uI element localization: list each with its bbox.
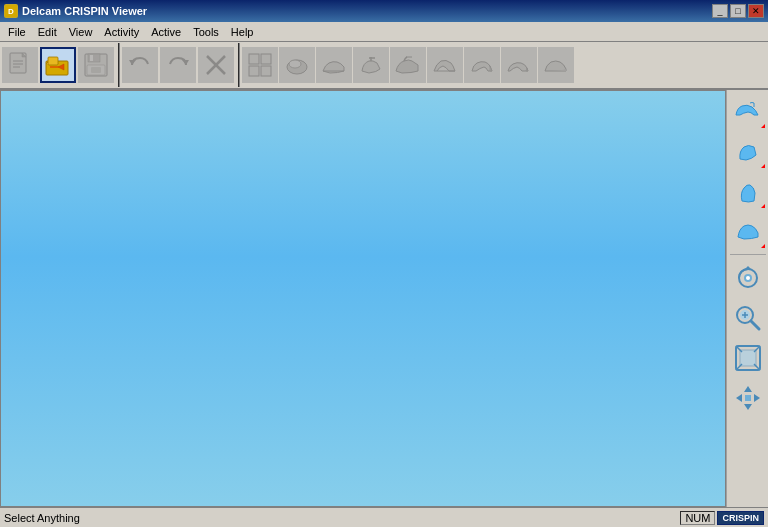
svg-rect-22 <box>249 66 259 76</box>
shoe-view-6-button[interactable] <box>464 47 500 83</box>
menu-file[interactable]: File <box>2 24 32 40</box>
svg-rect-12 <box>88 54 100 62</box>
main-area <box>0 90 768 507</box>
grid-button[interactable] <box>242 47 278 83</box>
maximize-button[interactable]: □ <box>730 4 746 18</box>
sidebar-zoom-tool[interactable] <box>729 299 767 337</box>
shoe-view-3-button[interactable] <box>353 47 389 83</box>
num-indicator: NUM <box>680 511 715 525</box>
svg-marker-16 <box>129 60 136 65</box>
title-buttons: _ □ ✕ <box>712 4 764 18</box>
svg-point-32 <box>746 276 750 280</box>
menu-activity[interactable]: Activity <box>98 24 145 40</box>
toolbar-shoe-views <box>242 43 574 87</box>
shoe-view-2-button[interactable] <box>316 47 352 83</box>
svg-line-35 <box>751 321 759 329</box>
crispin-badge: CRISPIN <box>717 511 764 525</box>
svg-rect-8 <box>48 57 58 65</box>
menu-tools[interactable]: Tools <box>187 24 225 40</box>
close-button[interactable]: ✕ <box>748 4 764 18</box>
delete-button[interactable] <box>198 47 234 83</box>
svg-marker-30 <box>744 266 752 270</box>
sidebar-view-top[interactable] <box>729 132 767 170</box>
sidebar-view-front[interactable] <box>729 172 767 210</box>
svg-rect-21 <box>261 54 271 64</box>
svg-rect-15 <box>91 67 101 73</box>
svg-marker-44 <box>744 386 752 392</box>
toolbar-nav <box>122 43 240 87</box>
shoe-view-5-button[interactable] <box>427 47 463 83</box>
sidebar-divider <box>730 254 766 255</box>
svg-rect-48 <box>745 395 751 401</box>
viewport[interactable] <box>0 90 726 507</box>
minimize-button[interactable]: _ <box>712 4 728 18</box>
svg-rect-13 <box>90 55 93 61</box>
svg-rect-23 <box>261 66 271 76</box>
shoe-view-4-button[interactable] <box>390 47 426 83</box>
shoe-view-7-button[interactable] <box>501 47 537 83</box>
menu-edit[interactable]: Edit <box>32 24 63 40</box>
toolbar <box>0 42 768 90</box>
sidebar-view-right[interactable] <box>729 92 767 130</box>
title-bar: D Delcam CRISPIN Viewer _ □ ✕ <box>0 0 768 22</box>
svg-marker-45 <box>744 404 752 410</box>
svg-marker-17 <box>182 60 189 65</box>
svg-rect-20 <box>249 54 259 64</box>
shoe-view-8-button[interactable] <box>538 47 574 83</box>
sidebar-view-side[interactable] <box>729 212 767 250</box>
redo-button[interactable] <box>160 47 196 83</box>
new-button[interactable] <box>2 47 38 83</box>
sidebar-pan-tool[interactable] <box>729 379 767 417</box>
title-bar-left: D Delcam CRISPIN Viewer <box>4 4 147 18</box>
open-button[interactable] <box>40 47 76 83</box>
sidebar-rotate-tool[interactable] <box>729 259 767 297</box>
sidebar-fit-tool[interactable] <box>729 339 767 377</box>
status-right: NUM CRISPIN <box>680 511 764 525</box>
menu-active[interactable]: Active <box>145 24 187 40</box>
shoe-view-1-button[interactable] <box>279 47 315 83</box>
svg-marker-46 <box>736 394 742 402</box>
menu-view[interactable]: View <box>63 24 99 40</box>
menu-bar: File Edit View Activity Active Tools Hel… <box>0 22 768 42</box>
status-text: Select Anything <box>4 512 80 524</box>
right-sidebar <box>726 90 768 507</box>
toolbar-left <box>2 43 120 87</box>
menu-help[interactable]: Help <box>225 24 260 40</box>
status-bar: Select Anything NUM CRISPIN <box>0 507 768 527</box>
svg-text:D: D <box>8 7 14 16</box>
svg-point-27 <box>289 60 301 68</box>
svg-marker-47 <box>754 394 760 402</box>
svg-rect-39 <box>740 350 756 366</box>
title-text: Delcam CRISPIN Viewer <box>22 5 147 17</box>
save-button[interactable] <box>78 47 114 83</box>
undo-button[interactable] <box>122 47 158 83</box>
app-icon: D <box>4 4 18 18</box>
